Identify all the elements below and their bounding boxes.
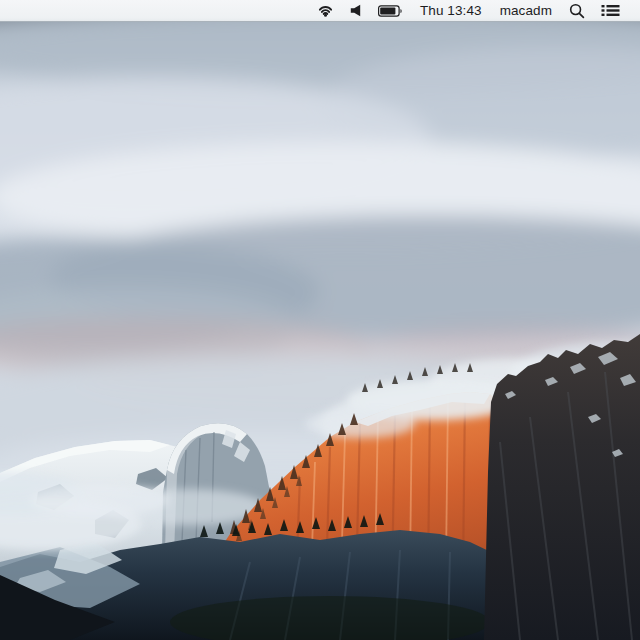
menu-bar-clock[interactable]: Thu 13:43 <box>411 0 491 21</box>
wifi-icon[interactable] <box>309 0 342 21</box>
desktop-wallpaper <box>0 22 640 640</box>
menu-bar: Thu 13:43 macadm <box>0 0 640 22</box>
battery-icon[interactable] <box>370 0 411 21</box>
notification-center-icon[interactable] <box>593 0 628 21</box>
menu-bar-status-area: Thu 13:43 macadm <box>309 0 640 21</box>
menu-bar-username[interactable]: macadm <box>491 0 561 21</box>
el-capitan-wallpaper-art <box>0 22 640 640</box>
spotlight-icon[interactable] <box>561 0 593 21</box>
desktop: Thu 13:43 macadm <box>0 0 640 640</box>
volume-icon[interactable] <box>342 0 370 21</box>
